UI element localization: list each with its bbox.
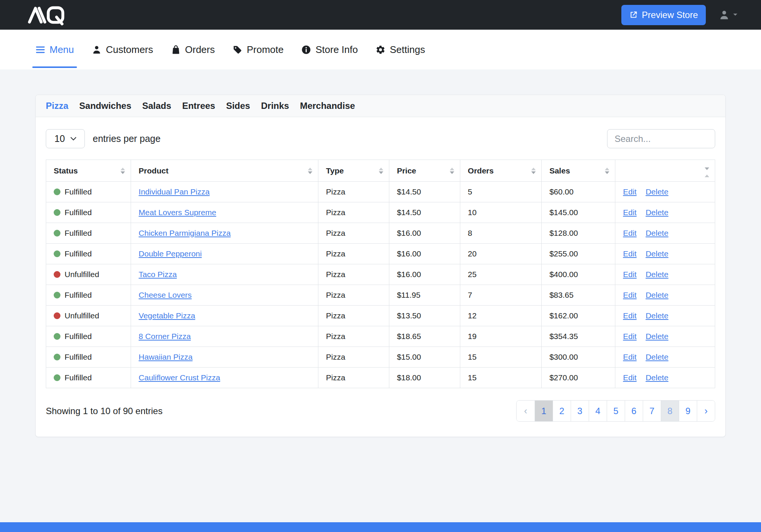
delete-link[interactable]: Delete — [646, 249, 669, 258]
type-cell: Pizza — [318, 285, 389, 306]
tab-drinks[interactable]: Drinks — [261, 101, 289, 111]
table-row: Unfulfilled Taco Pizza Pizza $16.00 25 $… — [46, 264, 715, 285]
price-cell: $11.95 — [389, 285, 460, 306]
delete-link[interactable]: Delete — [646, 208, 669, 217]
status-label: Unfulfilled — [65, 311, 99, 320]
column-header-sales[interactable]: Sales — [542, 160, 615, 182]
actions-cell: EditDelete — [615, 182, 715, 202]
column-header-status[interactable]: Status — [46, 160, 131, 182]
orders-cell: 10 — [460, 202, 542, 223]
pagination-next[interactable]: › — [697, 401, 715, 421]
status-label: Fulfilled — [65, 249, 92, 258]
delete-link[interactable]: Delete — [646, 270, 669, 279]
product-link[interactable]: Hawaiian Pizza — [139, 353, 193, 361]
status-cell: Fulfilled — [46, 202, 131, 223]
user-menu[interactable] — [719, 9, 738, 21]
entries-per-page-select[interactable]: 10 — [46, 129, 85, 148]
sales-cell: $354.35 — [542, 326, 615, 347]
sales-cell: $300.00 — [542, 347, 615, 368]
pagination: ‹123456789› — [516, 400, 715, 422]
product-link[interactable]: Chicken Parmigiana Pizza — [139, 229, 231, 237]
tab-sides[interactable]: Sides — [226, 101, 250, 111]
nav-label: Store Info — [315, 44, 358, 56]
product-link[interactable]: Meat Lovers Supreme — [139, 208, 216, 217]
column-header-price[interactable]: Price — [389, 160, 460, 182]
nav-item-settings[interactable]: Settings — [375, 30, 425, 69]
delete-link[interactable]: Delete — [646, 187, 669, 196]
sales-cell: $400.00 — [542, 264, 615, 285]
type-cell: Pizza — [318, 223, 389, 244]
delete-link[interactable]: Delete — [646, 373, 669, 382]
pagination-page-9[interactable]: 9 — [679, 401, 697, 421]
pagination-page-1[interactable]: 1 — [535, 401, 553, 421]
edit-link[interactable]: Edit — [623, 291, 636, 299]
tab-sandwiches[interactable]: Sandwiches — [79, 101, 131, 111]
pagination-page-7[interactable]: 7 — [643, 401, 661, 421]
tab-merchandise[interactable]: Merchandise — [300, 101, 355, 111]
delete-link[interactable]: Delete — [646, 229, 669, 237]
pagination-page-5[interactable]: 5 — [607, 401, 625, 421]
product-link[interactable]: Cheese Lovers — [139, 291, 191, 299]
tab-entrees[interactable]: Entrees — [182, 101, 215, 111]
column-header-actions[interactable] — [615, 160, 715, 182]
product-cell: Chicken Parmigiana Pizza — [131, 223, 318, 244]
nav-item-store-info[interactable]: Store Info — [301, 30, 358, 69]
nav-label: Menu — [50, 44, 74, 56]
delete-link[interactable]: Delete — [646, 332, 669, 341]
product-link[interactable]: Individual Pan Pizza — [139, 187, 209, 196]
orders-cell: 20 — [460, 244, 542, 264]
pagination-page-6[interactable]: 6 — [625, 401, 643, 421]
tab-salads[interactable]: Salads — [142, 101, 171, 111]
nav-item-promote[interactable]: Promote — [232, 30, 283, 69]
nav-item-menu[interactable]: Menu — [35, 30, 74, 69]
column-header-type[interactable]: Type — [318, 160, 389, 182]
column-header-product[interactable]: Product — [131, 160, 318, 182]
type-cell: Pizza — [318, 306, 389, 326]
actions-cell: EditDelete — [615, 347, 715, 368]
product-link[interactable]: Double Pepperoni — [139, 249, 202, 258]
table-row: Fulfilled Chicken Parmigiana Pizza Pizza… — [46, 223, 715, 244]
menu-card: Pizza Sandwiches Salads Entrees Sides Dr… — [35, 95, 726, 437]
tab-pizza[interactable]: Pizza — [46, 101, 68, 111]
product-link[interactable]: Vegetable Pizza — [139, 311, 195, 320]
pagination-page-3[interactable]: 3 — [571, 401, 589, 421]
edit-link[interactable]: Edit — [623, 229, 636, 237]
product-link[interactable]: Taco Pizza — [139, 270, 177, 279]
edit-link[interactable]: Edit — [623, 373, 636, 382]
sales-cell: $162.00 — [542, 306, 615, 326]
edit-link[interactable]: Edit — [623, 311, 636, 320]
actions-cell: EditDelete — [615, 202, 715, 223]
pagination-page-2[interactable]: 2 — [553, 401, 571, 421]
actions-cell: EditDelete — [615, 326, 715, 347]
product-link[interactable]: 8 Corner Pizza — [139, 332, 191, 341]
orders-cell: 12 — [460, 306, 542, 326]
pagination-prev[interactable]: ‹ — [517, 401, 535, 421]
edit-link[interactable]: Edit — [623, 187, 636, 196]
table-row: Fulfilled Double Pepperoni Pizza $16.00 … — [46, 244, 715, 264]
pagination-page-8[interactable]: 8 — [661, 401, 679, 421]
preview-store-button[interactable]: Preview Store — [621, 5, 706, 25]
edit-link[interactable]: Edit — [623, 208, 636, 217]
status-dot-icon — [54, 230, 60, 237]
status-dot-icon — [54, 188, 60, 195]
edit-link[interactable]: Edit — [623, 353, 636, 361]
price-cell: $15.00 — [389, 347, 460, 368]
price-cell: $18.00 — [389, 368, 460, 388]
search-input[interactable] — [607, 129, 715, 148]
edit-link[interactable]: Edit — [623, 270, 636, 279]
delete-link[interactable]: Delete — [646, 353, 669, 361]
pagination-page-4[interactable]: 4 — [589, 401, 607, 421]
sales-cell: $270.00 — [542, 368, 615, 388]
status-label: Fulfilled — [65, 229, 92, 237]
app-logo[interactable] — [25, 6, 69, 24]
delete-link[interactable]: Delete — [646, 291, 669, 299]
nav-item-orders[interactable]: Orders — [171, 30, 215, 69]
delete-link[interactable]: Delete — [646, 311, 669, 320]
sort-icon — [531, 167, 536, 174]
edit-link[interactable]: Edit — [623, 249, 636, 258]
edit-link[interactable]: Edit — [623, 332, 636, 341]
product-link[interactable]: Cauliflower Crust Pizza — [139, 373, 220, 382]
nav-item-customers[interactable]: Customers — [92, 30, 153, 69]
main-nav: Menu Customers Orders Promote Store Info — [0, 30, 761, 69]
column-header-orders[interactable]: Orders — [460, 160, 542, 182]
